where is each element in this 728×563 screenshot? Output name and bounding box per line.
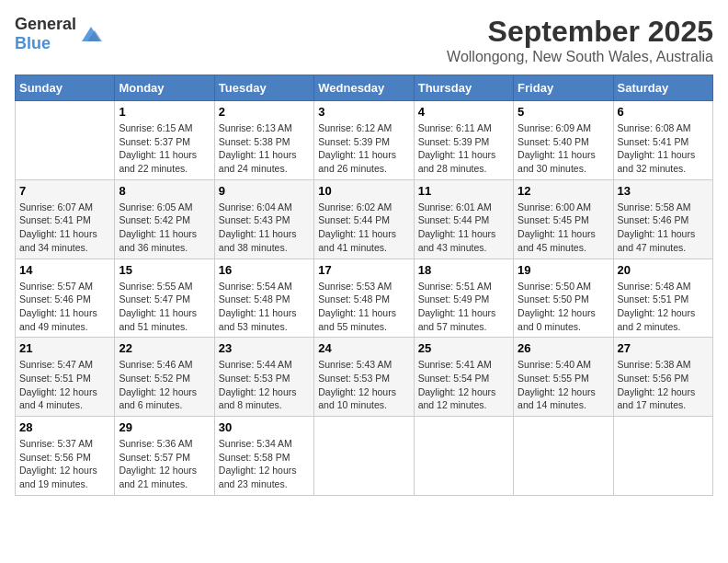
cell-content: Sunrise: 6:15 AMSunset: 5:37 PMDaylight:…: [119, 121, 210, 176]
cell-content: Sunrise: 5:34 AMSunset: 5:58 PMDaylight:…: [219, 437, 310, 491]
header-cell-thursday: Thursday: [414, 75, 513, 101]
calendar-cell: 16Sunrise: 5:54 AMSunset: 5:48 PMDayligh…: [214, 259, 313, 338]
calendar-cell: 1Sunrise: 6:15 AMSunset: 5:37 PMDaylight…: [115, 101, 214, 180]
cell-content: Sunrise: 5:46 AMSunset: 5:52 PMDaylight:…: [119, 358, 210, 412]
title-block: September 2025 Wollongong, New South Wal…: [447, 15, 713, 65]
day-number: 17: [318, 263, 409, 277]
logo-text: General Blue: [15, 15, 76, 53]
day-number: 23: [219, 341, 310, 355]
header-cell-saturday: Saturday: [613, 75, 712, 101]
calendar-cell: 17Sunrise: 5:53 AMSunset: 5:48 PMDayligh…: [314, 259, 414, 338]
cell-content: Sunrise: 6:09 AMSunset: 5:40 PMDaylight:…: [518, 121, 609, 176]
calendar-cell: 30Sunrise: 5:34 AMSunset: 5:58 PMDayligh…: [214, 417, 313, 496]
cell-content: Sunrise: 5:41 AMSunset: 5:54 PMDaylight:…: [418, 358, 509, 412]
calendar-table: SundayMondayTuesdayWednesdayThursdayFrid…: [15, 75, 713, 496]
cell-content: Sunrise: 5:58 AMSunset: 5:46 PMDaylight:…: [618, 201, 709, 255]
cell-content: Sunrise: 6:08 AMSunset: 5:41 PMDaylight:…: [618, 121, 709, 176]
calendar-cell: 18Sunrise: 5:51 AMSunset: 5:49 PMDayligh…: [414, 259, 513, 338]
cell-content: Sunrise: 5:55 AMSunset: 5:47 PMDaylight:…: [119, 280, 210, 334]
header-cell-monday: Monday: [115, 75, 214, 101]
calendar-cell: 22Sunrise: 5:46 AMSunset: 5:52 PMDayligh…: [115, 338, 214, 417]
day-number: 11: [418, 184, 509, 198]
logo-blue: Blue: [15, 34, 51, 52]
calendar-cell: 19Sunrise: 5:50 AMSunset: 5:50 PMDayligh…: [514, 259, 613, 338]
calendar-cell: 29Sunrise: 5:36 AMSunset: 5:57 PMDayligh…: [115, 417, 214, 496]
header-cell-wednesday: Wednesday: [314, 75, 414, 101]
cell-content: Sunrise: 6:02 AMSunset: 5:44 PMDaylight:…: [318, 201, 409, 255]
cell-content: Sunrise: 5:48 AMSunset: 5:51 PMDaylight:…: [618, 280, 709, 334]
day-number: 18: [418, 263, 509, 277]
cell-content: Sunrise: 5:44 AMSunset: 5:53 PMDaylight:…: [219, 358, 310, 412]
day-number: 9: [219, 184, 310, 198]
day-number: 5: [518, 105, 609, 119]
cell-content: Sunrise: 5:43 AMSunset: 5:53 PMDaylight:…: [318, 358, 409, 412]
day-number: 27: [618, 341, 709, 355]
week-row-5: 28Sunrise: 5:37 AMSunset: 5:56 PMDayligh…: [16, 417, 713, 496]
page-header: General Blue September 2025 Wollongong, …: [15, 15, 713, 65]
logo-general: General: [15, 15, 76, 33]
cell-content: Sunrise: 6:05 AMSunset: 5:42 PMDaylight:…: [119, 201, 210, 255]
cell-content: Sunrise: 6:00 AMSunset: 5:45 PMDaylight:…: [518, 201, 609, 255]
calendar-cell: 21Sunrise: 5:47 AMSunset: 5:51 PMDayligh…: [16, 338, 115, 417]
day-number: 15: [119, 263, 210, 277]
day-number: 13: [618, 184, 709, 198]
calendar-cell: 26Sunrise: 5:40 AMSunset: 5:55 PMDayligh…: [514, 338, 613, 417]
logo-icon: [78, 23, 104, 45]
day-number: 24: [318, 341, 409, 355]
day-number: 16: [219, 263, 310, 277]
calendar-cell: 28Sunrise: 5:37 AMSunset: 5:56 PMDayligh…: [16, 417, 115, 496]
calendar-cell: [613, 417, 712, 496]
cell-content: Sunrise: 5:37 AMSunset: 5:56 PMDaylight:…: [19, 437, 110, 491]
header-cell-tuesday: Tuesday: [214, 75, 313, 101]
calendar-cell: 25Sunrise: 5:41 AMSunset: 5:54 PMDayligh…: [414, 338, 513, 417]
cell-content: Sunrise: 6:12 AMSunset: 5:39 PMDaylight:…: [318, 121, 409, 176]
day-number: 10: [318, 184, 409, 198]
calendar-cell: 23Sunrise: 5:44 AMSunset: 5:53 PMDayligh…: [214, 338, 313, 417]
cell-content: Sunrise: 5:54 AMSunset: 5:48 PMDaylight:…: [219, 280, 310, 334]
calendar-cell: 20Sunrise: 5:48 AMSunset: 5:51 PMDayligh…: [613, 259, 712, 338]
day-number: 20: [618, 263, 709, 277]
calendar-cell: 27Sunrise: 5:38 AMSunset: 5:56 PMDayligh…: [613, 338, 712, 417]
calendar-cell: [314, 417, 414, 496]
calendar-cell: 3Sunrise: 6:12 AMSunset: 5:39 PMDaylight…: [314, 101, 414, 180]
calendar-cell: 13Sunrise: 5:58 AMSunset: 5:46 PMDayligh…: [613, 179, 712, 259]
calendar-cell: 24Sunrise: 5:43 AMSunset: 5:53 PMDayligh…: [314, 338, 414, 417]
calendar-cell: 2Sunrise: 6:13 AMSunset: 5:38 PMDaylight…: [214, 101, 313, 180]
cell-content: Sunrise: 5:53 AMSunset: 5:48 PMDaylight:…: [318, 280, 409, 334]
day-number: 28: [19, 420, 110, 434]
day-number: 2: [219, 105, 310, 119]
cell-content: Sunrise: 5:40 AMSunset: 5:55 PMDaylight:…: [518, 358, 609, 412]
cell-content: Sunrise: 5:51 AMSunset: 5:49 PMDaylight:…: [418, 280, 509, 334]
day-number: 29: [119, 420, 210, 434]
calendar-cell: 9Sunrise: 6:04 AMSunset: 5:43 PMDaylight…: [214, 179, 313, 259]
day-number: 8: [119, 184, 210, 198]
calendar-cell: 15Sunrise: 5:55 AMSunset: 5:47 PMDayligh…: [115, 259, 214, 338]
day-number: 7: [19, 184, 110, 198]
cell-content: Sunrise: 6:04 AMSunset: 5:43 PMDaylight:…: [219, 201, 310, 255]
location-title: Wollongong, New South Wales, Australia: [447, 49, 713, 65]
cell-content: Sunrise: 6:13 AMSunset: 5:38 PMDaylight:…: [219, 121, 310, 176]
calendar-cell: 10Sunrise: 6:02 AMSunset: 5:44 PMDayligh…: [314, 179, 414, 259]
header-cell-friday: Friday: [514, 75, 613, 101]
day-number: 1: [119, 105, 210, 119]
header-row: SundayMondayTuesdayWednesdayThursdayFrid…: [16, 75, 713, 101]
day-number: 26: [518, 341, 609, 355]
day-number: 3: [318, 105, 409, 119]
day-number: 22: [119, 341, 210, 355]
day-number: 19: [518, 263, 609, 277]
calendar-cell: 6Sunrise: 6:08 AMSunset: 5:41 PMDaylight…: [613, 101, 712, 180]
day-number: 12: [518, 184, 609, 198]
calendar-cell: 4Sunrise: 6:11 AMSunset: 5:39 PMDaylight…: [414, 101, 513, 180]
calendar-cell: [16, 101, 115, 180]
week-row-2: 7Sunrise: 6:07 AMSunset: 5:41 PMDaylight…: [16, 179, 713, 259]
cell-content: Sunrise: 6:11 AMSunset: 5:39 PMDaylight:…: [418, 121, 509, 176]
calendar-cell: 5Sunrise: 6:09 AMSunset: 5:40 PMDaylight…: [514, 101, 613, 180]
day-number: 4: [418, 105, 509, 119]
week-row-4: 21Sunrise: 5:47 AMSunset: 5:51 PMDayligh…: [16, 338, 713, 417]
cell-content: Sunrise: 5:38 AMSunset: 5:56 PMDaylight:…: [618, 358, 709, 412]
day-number: 6: [618, 105, 709, 119]
month-title: September 2025: [447, 15, 713, 49]
calendar-cell: 12Sunrise: 6:00 AMSunset: 5:45 PMDayligh…: [514, 179, 613, 259]
week-row-3: 14Sunrise: 5:57 AMSunset: 5:46 PMDayligh…: [16, 259, 713, 338]
header-cell-sunday: Sunday: [16, 75, 115, 101]
